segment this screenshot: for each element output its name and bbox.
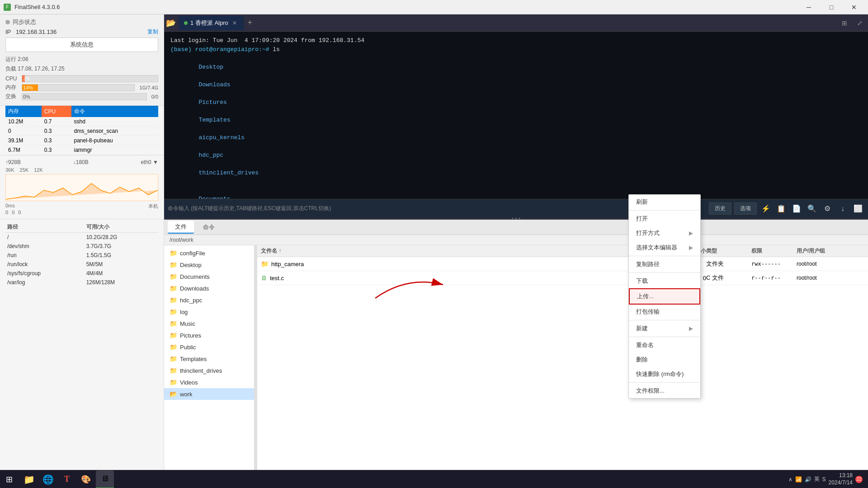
grid-view-button[interactable]: ⊞ bbox=[838, 17, 851, 29]
process-table: 内存 CPU 命令 10.2M 0.7 sshd 0 0.3 dms_senso… bbox=[5, 106, 158, 155]
file-item-thinclient[interactable]: 📁 thinclient_drives bbox=[164, 365, 254, 376]
file-tab-files[interactable]: 文件 bbox=[168, 221, 194, 234]
lat-val-2: 0 bbox=[12, 210, 14, 215]
file-row-httpcamera[interactable]: 📁 http_camera 文件夹 rwx------ root/root bbox=[257, 257, 868, 271]
file-table-body: 📁 http_camera 文件夹 rwx------ root/root 🗎 bbox=[257, 257, 868, 488]
file-item-desktop[interactable]: 📁 Desktop bbox=[164, 259, 254, 271]
cpu-bar: 2% bbox=[22, 75, 25, 82]
lang-icon[interactable]: 英 bbox=[814, 475, 820, 483]
col-type[interactable]: 类型 bbox=[706, 247, 751, 255]
disk-row: /10.2G/28.2G bbox=[5, 233, 158, 242]
taskbar-arrow[interactable]: ∧ bbox=[788, 476, 793, 483]
minimize-button[interactable]: ─ bbox=[798, 0, 819, 14]
folder-nav-icon[interactable]: 📂 bbox=[166, 18, 176, 28]
taskbar-time[interactable]: 13:18 2024/7/14 bbox=[829, 472, 853, 486]
col-owner[interactable]: 用户/用户组 bbox=[797, 247, 864, 255]
ctx-copy-path[interactable]: 复制路径 bbox=[629, 257, 700, 272]
paste-button[interactable]: 📄 bbox=[790, 202, 803, 215]
disk-row: /dev/shm3.7G/3.7G bbox=[5, 242, 158, 251]
ctx-rename[interactable]: 重命名 bbox=[629, 338, 700, 352]
ctx-text-editor[interactable]: 选择文本编辑器 ▶ bbox=[629, 240, 700, 255]
file-item-public[interactable]: 📁 Public bbox=[164, 341, 254, 353]
ctx-delete[interactable]: 删除 bbox=[629, 352, 700, 367]
col-perm[interactable]: 权限 bbox=[751, 247, 797, 255]
file-item-label: Templates bbox=[180, 356, 207, 362]
ctx-divider bbox=[629, 320, 700, 320]
ctx-open[interactable]: 打开 bbox=[629, 211, 700, 226]
ctx-refresh[interactable]: 刷新 bbox=[629, 195, 700, 209]
ctx-quick-delete[interactable]: 快速删除 (rm命令) bbox=[629, 367, 700, 381]
file-item-videos[interactable]: 📁 Videos bbox=[164, 376, 254, 388]
file-item-label: log bbox=[180, 309, 188, 315]
lat-val-3: 0 bbox=[18, 210, 21, 215]
file-item-downloads[interactable]: 📁 Downloads bbox=[164, 282, 254, 294]
ctx-upload[interactable]: 上传... bbox=[629, 288, 700, 305]
app-title: FinalShell 4.3.0.6 bbox=[14, 4, 60, 10]
ctx-permissions[interactable]: 文件权限... bbox=[629, 384, 700, 398]
proc-cpu: 0.7 bbox=[42, 117, 71, 127]
notification-badge[interactable]: 22 bbox=[855, 476, 863, 483]
file-row-testc[interactable]: 🗎 test.c 0 C 文件 r--r--r-- root/root bbox=[257, 271, 868, 285]
ctx-divider bbox=[629, 210, 700, 211]
file-item-music[interactable]: 📁 Music bbox=[164, 318, 254, 329]
ctx-download[interactable]: 下载 bbox=[629, 274, 700, 288]
settings-button[interactable]: ⚙ bbox=[821, 202, 834, 215]
folder-icon: 📁 bbox=[170, 308, 177, 315]
terminal-tab[interactable]: 1 香橙派 Alpro ✕ bbox=[179, 16, 244, 30]
time-display: 13:18 bbox=[829, 472, 853, 479]
file-item-work[interactable]: 📂 work bbox=[164, 388, 254, 400]
lightning-button[interactable]: ⚡ bbox=[760, 202, 772, 215]
taskbar-app-typora[interactable]: T bbox=[58, 470, 76, 488]
file-item-templates[interactable]: 📁 Templates bbox=[164, 353, 254, 365]
ctx-pack-transfer[interactable]: 打包传输 bbox=[629, 305, 700, 319]
tab-dot bbox=[184, 21, 188, 25]
network-icon[interactable]: 📶 bbox=[795, 476, 802, 483]
file-item-log[interactable]: 📁 log bbox=[164, 306, 254, 318]
taskbar-app-paint[interactable]: 🎨 bbox=[77, 470, 95, 488]
file-item-configfile[interactable]: 📁 configFile bbox=[164, 247, 254, 259]
copy-ip-button[interactable]: 复制 bbox=[147, 28, 158, 36]
col-cmd[interactable]: 命令 bbox=[71, 106, 159, 117]
file-type: 文件夹 bbox=[706, 260, 751, 268]
ip-row: IP 192.168.31.136 复制 bbox=[5, 26, 158, 38]
history-button[interactable]: 历史 bbox=[709, 202, 731, 215]
filename: http_camera bbox=[271, 261, 304, 267]
col-mem[interactable]: 内存 bbox=[5, 106, 42, 117]
file-tab-commands[interactable]: 命令 bbox=[196, 221, 222, 233]
taskbar-app-chrome[interactable]: 🌐 bbox=[39, 470, 57, 488]
maximize-button[interactable]: □ bbox=[821, 0, 842, 14]
ctx-new[interactable]: 新建 ▶ bbox=[629, 321, 700, 336]
close-button[interactable]: ✕ bbox=[844, 0, 864, 14]
folder-icon: 📁 bbox=[170, 332, 177, 339]
proc-cpu: 0.3 bbox=[42, 136, 71, 145]
process-header: 内存 CPU 命令 bbox=[5, 106, 158, 117]
input-method-icon[interactable]: S bbox=[822, 476, 826, 483]
col-filename[interactable]: 文件名 ↑ bbox=[261, 247, 670, 255]
taskbar-app-finalshell[interactable]: 🖥 bbox=[96, 470, 114, 488]
mem-detail: 1G/7.4G bbox=[139, 85, 158, 90]
download-terminal-button[interactable]: ↓ bbox=[836, 202, 849, 215]
terminal[interactable]: Last login: Tue Jun 4 17:09:20 2024 from… bbox=[164, 32, 868, 199]
file-item-documents[interactable]: 📁 Documents bbox=[164, 271, 254, 282]
add-tab-button[interactable]: + bbox=[244, 17, 256, 29]
options-button[interactable]: 选项 bbox=[734, 202, 757, 215]
start-button[interactable]: ⊞ bbox=[0, 470, 18, 488]
search-button[interactable]: 🔍 bbox=[806, 202, 818, 215]
ctx-open-with[interactable]: 打开方式 ▶ bbox=[629, 226, 700, 240]
expand-button[interactable]: ⤢ bbox=[854, 17, 866, 29]
tab-close-button[interactable]: ✕ bbox=[231, 19, 238, 27]
expand-terminal-button[interactable]: ⬜ bbox=[852, 202, 864, 215]
col-cpu[interactable]: CPU bbox=[42, 106, 71, 117]
file-item-label: Downloads bbox=[180, 285, 209, 292]
copy-paste-button[interactable]: 📋 bbox=[775, 202, 788, 215]
taskbar-app-explorer[interactable]: 📁 bbox=[20, 470, 38, 488]
disk-table: 路径 可用/大小 /10.2G/28.2G /dev/shm3.7G/3.7G … bbox=[5, 222, 158, 287]
volume-icon[interactable]: 🔊 bbox=[805, 476, 811, 483]
file-item-pictures[interactable]: 📁 Pictures bbox=[164, 329, 254, 341]
ctx-divider bbox=[629, 272, 700, 273]
process-row: 39.1M 0.3 panel-8-pulseau bbox=[5, 136, 158, 145]
file-item-label: Public bbox=[180, 344, 196, 351]
folder-icon: 📂 bbox=[170, 390, 177, 398]
sysinfo-button[interactable]: 系统信息 bbox=[5, 38, 158, 52]
file-item-hdcppc[interactable]: 📁 hdc_ppc bbox=[164, 294, 254, 306]
